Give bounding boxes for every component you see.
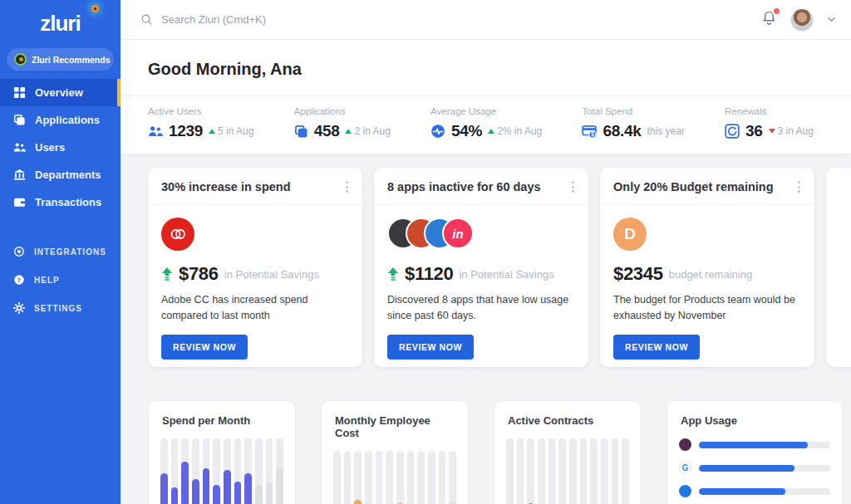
stat-active-users: Active Users 1239 5 in Aug: [148, 106, 253, 140]
app-usage-row: [679, 485, 830, 497]
bar-track: [439, 451, 446, 504]
trend-arrow-icon: [769, 129, 775, 134]
bar-track: [506, 438, 514, 504]
stat-value: 54%: [451, 122, 482, 140]
card-menu-button[interactable]: [343, 179, 351, 195]
sidebar-item-overview[interactable]: Overview: [0, 79, 121, 106]
insight-card-spend-increase: 30% increase in spend $786 in Potential …: [148, 168, 362, 367]
bar-track: [365, 451, 372, 504]
blue-app-icon: [679, 485, 691, 497]
notifications-button[interactable]: [761, 10, 777, 29]
review-now-button[interactable]: REVIEW NOW: [613, 335, 700, 360]
usage-bar-track: [699, 442, 830, 448]
bar-track: [449, 451, 456, 504]
sidebar-item-applications[interactable]: Applications: [0, 106, 121, 134]
invision-icon: in: [442, 218, 474, 249]
gear-icon: [13, 302, 25, 314]
bar: [192, 479, 199, 504]
sidebar-item-settings[interactable]: SETTINGS: [0, 294, 121, 322]
slack-app-icon: [679, 438, 691, 451]
team-d-icon: D: [613, 218, 647, 251]
amount-suffix: in Potential Savings: [459, 268, 553, 281]
card-menu-button[interactable]: [795, 179, 803, 195]
svg-text:?: ?: [17, 276, 22, 284]
bar: [234, 482, 242, 504]
bar-track: [192, 438, 199, 504]
bar: [276, 467, 283, 504]
bar-track: [612, 438, 619, 504]
active-contracts-chart: [506, 438, 629, 504]
page-title: Good Morning, Ana: [121, 40, 851, 95]
amount-suffix: budget remaining: [669, 268, 752, 281]
credit-card-icon: $: [582, 124, 597, 139]
stat-label: Renewals: [725, 106, 814, 116]
bar: [181, 462, 189, 504]
card-menu-button[interactable]: [569, 179, 577, 195]
trend-arrow-icon: [345, 129, 352, 134]
sidebar-item-users[interactable]: Users: [0, 134, 121, 161]
avatar[interactable]: [790, 8, 814, 32]
recommends-bullseye-icon: [14, 53, 27, 66]
stat-average-usage: Average Usage 54% 2% in Aug: [430, 106, 542, 140]
bar-track: [234, 438, 242, 504]
bar-track: [160, 438, 168, 504]
chart-title: Active Contracts: [506, 414, 629, 427]
stat-delta: 3 in Aug: [769, 125, 814, 137]
logo-dot-icon: [91, 5, 99, 12]
grid-icon: [13, 86, 26, 99]
sidebar-item-label: Applications: [35, 114, 100, 126]
app-usage-row: [679, 438, 830, 451]
bar-track: [244, 438, 252, 504]
adobe-cc-icon: [161, 218, 194, 251]
sidebar-item-integrations[interactable]: INTEGRATIONS: [0, 237, 121, 266]
global-search[interactable]: [140, 13, 753, 26]
savings-amount: $786: [179, 263, 219, 285]
sidebar-item-transactions[interactable]: Transactions: [0, 188, 121, 216]
usage-bar: [699, 442, 808, 448]
usage-bar: [699, 488, 785, 495]
bar-track: [601, 438, 608, 504]
svg-text:$: $: [592, 131, 595, 138]
stat-applications: Applications 458 2 in Aug: [294, 106, 391, 140]
people-icon: [13, 141, 26, 154]
trend-arrow-icon: [488, 129, 494, 134]
zluri-logo: zluri: [0, 0, 121, 45]
bar: [266, 482, 273, 504]
insight-card-partial: [826, 168, 851, 367]
review-now-button[interactable]: REVIEW NOW: [387, 335, 474, 360]
logo-text: zluri: [40, 11, 80, 36]
bar-track: [333, 451, 341, 504]
sidebar-item-help[interactable]: ? HELP: [0, 266, 121, 294]
bar-track: [171, 438, 179, 504]
bar-track: [344, 451, 352, 504]
bar-track: [266, 438, 273, 504]
budget-amount: $2345: [613, 263, 663, 285]
card-description: The budget for Products team would be ex…: [613, 292, 801, 324]
growth-arrow-icon: [387, 267, 399, 281]
header-band: Good Morning, Ana Active Users 1239 5 in…: [121, 40, 851, 154]
chevron-down-icon[interactable]: [827, 15, 836, 24]
card-title: Only 20% Budget remaining: [613, 180, 774, 193]
question-icon: ?: [13, 274, 25, 286]
review-now-button[interactable]: REVIEW NOW: [161, 335, 248, 360]
stat-label: Average Usage: [430, 106, 542, 116]
search-icon: [140, 13, 153, 26]
bar-track: [407, 451, 415, 504]
search-input[interactable]: [161, 13, 753, 26]
bar-track: [558, 438, 566, 504]
stat-delta: 2% in Aug: [488, 125, 542, 137]
bar-track: [590, 438, 598, 504]
card-title: 30% increase in spend: [161, 180, 291, 193]
notification-dot: [772, 7, 781, 16]
target-icon: [13, 246, 25, 257]
chart-card-monthly-employee-cost: Monthly Employee Cost: [321, 400, 469, 504]
sidebar-item-label: Departments: [35, 169, 101, 181]
zluri-recommends-button[interactable]: Zluri Recommends: [7, 48, 114, 71]
bar: [171, 487, 179, 504]
stat-label: Active Users: [148, 106, 253, 116]
sidebar-item-label: INTEGRATIONS: [34, 247, 106, 257]
stat-value: 68.4k: [603, 122, 641, 140]
sidebar-item-departments[interactable]: Departments: [0, 161, 121, 188]
apps-icon: [294, 125, 308, 139]
chart-title: App Usage: [679, 414, 830, 427]
